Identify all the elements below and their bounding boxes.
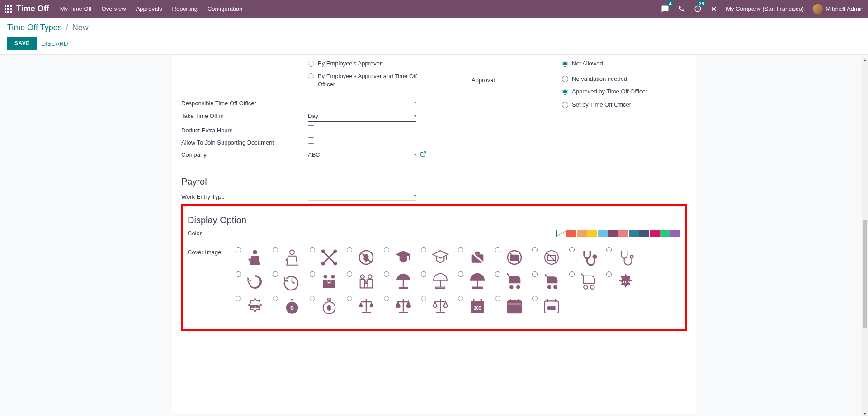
external-link-icon[interactable] xyxy=(420,151,426,159)
cover-radio-family-solid[interactable] xyxy=(310,271,315,277)
svg-rect-22 xyxy=(399,287,408,288)
breadcrumb-parent[interactable]: Time Off Types xyxy=(7,23,62,32)
briefcase-off-solid-icon xyxy=(468,248,487,267)
company-selector[interactable]: My Company (San Francisco) xyxy=(726,5,804,12)
cover-radio-history-outline[interactable] xyxy=(273,271,278,277)
color-swatch-11[interactable] xyxy=(670,230,680,237)
stroller-dark-icon xyxy=(542,272,561,291)
umbrella-alt-icon xyxy=(468,272,487,291)
display-option-heading: Display Option xyxy=(188,215,680,225)
svg-point-4 xyxy=(334,250,336,252)
color-swatch-7[interactable] xyxy=(629,230,639,237)
color-swatch-9[interactable] xyxy=(650,230,660,237)
color-swatch-10[interactable] xyxy=(660,230,670,237)
discard-button[interactable]: DISCARD xyxy=(42,40,68,47)
cover-radio-calendar-365-solid[interactable] xyxy=(458,296,463,301)
radio-not-allowed[interactable] xyxy=(562,61,568,67)
calendar-365-outline-icon: 365 xyxy=(542,297,561,316)
color-swatch-0[interactable] xyxy=(556,230,566,237)
cover-radio-scales-solid[interactable] xyxy=(347,296,352,301)
cover-radio-no-dollar[interactable] xyxy=(347,247,352,252)
briefcase-off-circle-icon xyxy=(505,248,524,267)
svg-point-30 xyxy=(590,285,594,289)
radio-no-validation[interactable] xyxy=(562,76,568,82)
cover-radio-briefcase-off-outline[interactable] xyxy=(532,247,538,252)
allow-supporting-doc-checkbox[interactable] xyxy=(308,137,314,144)
radio-by-employee-approver[interactable] xyxy=(308,61,314,67)
svg-point-1 xyxy=(253,250,257,254)
user-menu[interactable]: Mitchell Admin xyxy=(813,4,863,14)
nav-my-time-off[interactable]: My Time Off xyxy=(60,5,92,12)
close-icon[interactable] xyxy=(711,6,717,12)
color-swatch-8[interactable] xyxy=(639,230,649,237)
cover-radio-grad-cap-solid[interactable] xyxy=(384,247,389,252)
cover-radio-calendar-365-outline[interactable] xyxy=(532,296,538,301)
calendar-365-solid-icon: 365 xyxy=(468,297,487,316)
cover-radio-stopwatch-dollar-outline[interactable] xyxy=(310,296,315,301)
cover-radio-grad-cap-outline[interactable] xyxy=(421,247,426,252)
injury-outline-icon xyxy=(283,248,302,267)
cover-radio-extra-burst[interactable] xyxy=(606,271,612,277)
work-entry-type-select[interactable]: ▾ xyxy=(308,192,416,201)
cover-radio-stroller-solid[interactable] xyxy=(495,271,500,277)
cover-radio-briefcase-off-solid[interactable] xyxy=(458,247,463,252)
cover-radio-scales-outline[interactable] xyxy=(421,296,426,301)
breadcrumb: Time Off Types / New xyxy=(7,23,861,33)
deduct-extra-hours-checkbox[interactable] xyxy=(308,125,314,131)
svg-point-5 xyxy=(322,262,324,264)
phone-icon[interactable] xyxy=(678,5,685,12)
color-swatch-6[interactable] xyxy=(618,230,628,237)
cover-radio-umbrella-stand-solid[interactable] xyxy=(384,271,389,277)
cover-radio-stroller-outline[interactable] xyxy=(569,271,575,277)
grad-cap-outline-icon xyxy=(431,248,450,267)
take-time-off-select[interactable]: Day▾ xyxy=(308,111,416,122)
injury-icon xyxy=(245,248,264,267)
family-solid-icon xyxy=(320,272,339,291)
cover-radio-extra-burst-outline[interactable] xyxy=(236,296,241,301)
radio-set-by-officer[interactable] xyxy=(562,102,568,108)
color-swatch-4[interactable] xyxy=(598,230,608,237)
cover-radio-stopwatch-dollar[interactable] xyxy=(273,296,278,301)
responsible-officer-select[interactable]: ▾ xyxy=(308,98,416,107)
messages-icon[interactable]: 4 xyxy=(661,5,669,13)
color-swatch-5[interactable] xyxy=(608,230,618,237)
secondary-bar: Time Off Types / New SAVE DISCARD xyxy=(0,18,868,55)
cover-radio-history-solid[interactable] xyxy=(236,271,241,277)
radio-by-employee-and-officer[interactable] xyxy=(308,73,314,79)
svg-text:365: 365 xyxy=(511,306,519,311)
nav-approvals[interactable]: Approvals xyxy=(136,5,162,12)
nav-configuration[interactable]: Configuration xyxy=(208,5,242,12)
cover-radio-family-outline[interactable] xyxy=(347,271,352,277)
cover-radio-calendar-365-mid[interactable] xyxy=(495,296,500,301)
save-button[interactable]: SAVE xyxy=(7,37,37,50)
color-swatch-2[interactable] xyxy=(577,230,587,237)
cover-radio-stethoscope-outline[interactable] xyxy=(606,247,612,252)
cover-radio-stethoscope-solid[interactable] xyxy=(569,247,575,252)
color-swatch-1[interactable] xyxy=(566,230,576,237)
apps-icon[interactable] xyxy=(5,5,12,13)
svg-text:$: $ xyxy=(290,304,294,311)
brand[interactable]: Time Off xyxy=(16,4,49,14)
avatar xyxy=(813,4,823,14)
radio-approved-by-officer[interactable] xyxy=(562,89,568,95)
stethoscope-solid-icon xyxy=(579,248,598,267)
nav-overview[interactable]: Overview xyxy=(102,5,126,12)
history-solid-icon xyxy=(245,272,264,291)
cover-radio-injury[interactable] xyxy=(236,247,241,252)
cover-radio-stroller-dark[interactable] xyxy=(532,271,538,277)
cover-radio-crossed-swords[interactable] xyxy=(310,247,315,252)
cover-radio-briefcase-off-circle[interactable] xyxy=(495,247,500,252)
nav-reporting[interactable]: Reporting xyxy=(172,5,198,12)
company-select[interactable]: ABC▾ xyxy=(308,150,416,160)
svg-text:$: $ xyxy=(327,304,331,311)
color-swatch-3[interactable] xyxy=(587,230,597,237)
svg-point-18 xyxy=(328,280,330,282)
cover-radio-injury-outline[interactable] xyxy=(273,247,278,252)
reminders-icon[interactable]: 29 xyxy=(694,5,702,13)
cover-radio-scales-mid[interactable] xyxy=(384,296,389,301)
cover-radio-umbrella-stand-outline[interactable] xyxy=(421,271,426,277)
cover-radio-umbrella-alt[interactable] xyxy=(458,271,463,277)
reminders-badge: 29 xyxy=(697,1,706,6)
svg-point-20 xyxy=(368,275,372,278)
scrollbar[interactable]: ▴ ▾ xyxy=(862,57,868,413)
